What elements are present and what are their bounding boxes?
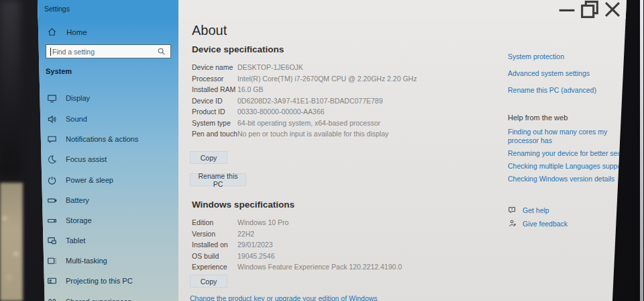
- sidebar-item-sound[interactable]: Sound: [47, 112, 87, 126]
- svg-text:?: ?: [511, 208, 513, 212]
- sidebar-item-multitasking[interactable]: Multi-tasking: [47, 254, 107, 267]
- sidebar-item-label: Focus assist: [66, 155, 107, 163]
- device-specs-heading: Device specifications: [192, 44, 284, 54]
- table-row: Version22H2: [192, 230, 453, 239]
- advanced-system-settings-link[interactable]: Advanced system settings: [508, 69, 590, 78]
- give-feedback-row[interactable]: Give feedback: [508, 219, 568, 228]
- table-row: Device ID0D6208D2-3A97-41E1-B107-BDADC07…: [192, 97, 453, 105]
- sidebar-item-label: Notifications & actions: [66, 135, 138, 143]
- home-icon: [47, 27, 57, 37]
- help-links: Finding out how many cores my processor …: [508, 128, 639, 187]
- sidebar-home-label: Home: [66, 28, 87, 36]
- sidebar-item-home[interactable]: Home: [47, 27, 87, 37]
- rename-pc-button[interactable]: Rename this PC: [190, 173, 246, 186]
- windows-specs-table: EditionWindows 10 Pro Version22H2 Instal…: [192, 218, 453, 274]
- restore-button[interactable]: [578, 0, 601, 19]
- search-icon[interactable]: [156, 46, 166, 56]
- sidebar-item-label: Sound: [66, 115, 87, 123]
- background-blur: [0, 0, 20, 175]
- settings-window: Settings Home: [38, 0, 627, 301]
- help-link-cores[interactable]: Finding out how many cores my processor …: [508, 128, 639, 145]
- sidebar-item-battery[interactable]: Battery: [47, 194, 89, 207]
- copy-windows-specs-button[interactable]: Copy: [190, 275, 227, 288]
- battery-icon: [47, 196, 57, 206]
- table-row: Device nameDESKTOP-1JE6OJK: [192, 63, 453, 72]
- table-row: Installed on29/01/2023: [192, 241, 453, 249]
- help-link-version[interactable]: Checking Windows version details: [508, 175, 639, 183]
- search-box[interactable]: [46, 44, 171, 58]
- laptop-lid-edge: [640, 0, 643, 301]
- title-bar: Settings: [38, 0, 627, 19]
- table-row: Product ID00330-80000-00000-AA366: [192, 108, 453, 116]
- table-row: Installed RAM16.0 GB: [192, 85, 453, 94]
- get-help-icon: ?: [508, 206, 517, 215]
- table-row: ProcessorIntel(R) Core(TM) i7-2670QM CPU…: [192, 75, 453, 83]
- sidebar-item-projecting[interactable]: Projecting to this PC: [47, 274, 133, 288]
- get-help-link[interactable]: Get help: [523, 206, 549, 215]
- sidebar-item-notifications[interactable]: Notifications & actions: [47, 132, 138, 146]
- sidebar: Home System Display Sound: [38, 19, 178, 301]
- change-product-key-link[interactable]: Change the product key or upgrade your e…: [190, 294, 378, 301]
- windows-specs-heading: Windows specifications: [192, 200, 294, 210]
- table-row: Pen and touchNo pen or touch input is av…: [192, 130, 453, 138]
- help-from-web-heading: Help from the web: [508, 114, 568, 122]
- sidebar-item-label: Storage: [66, 216, 92, 224]
- tablet-icon: [47, 236, 57, 246]
- text-caret: [50, 48, 51, 56]
- page-title: About: [192, 23, 227, 38]
- table-row: EditionWindows 10 Pro: [192, 218, 453, 227]
- minimize-button[interactable]: [555, 0, 578, 19]
- sidebar-item-label: Multi-tasking: [66, 257, 107, 265]
- projecting-icon: [47, 276, 57, 286]
- give-feedback-icon: [508, 219, 517, 228]
- sidebar-item-focus-assist[interactable]: Focus assist: [47, 153, 107, 166]
- shared-experiences-icon: [47, 297, 57, 301]
- sidebar-item-label: Battery: [66, 196, 89, 204]
- notifications-icon: [47, 134, 57, 144]
- sidebar-item-shared-experiences[interactable]: Shared experiences: [47, 295, 131, 301]
- search-input[interactable]: [52, 48, 156, 56]
- table-row: ExperienceWindows Feature Experience Pac…: [192, 263, 453, 271]
- close-button[interactable]: [601, 0, 624, 19]
- help-link-languages[interactable]: Checking multiple Languages support: [508, 162, 639, 171]
- copy-device-specs-button[interactable]: Copy: [190, 151, 227, 164]
- carpet-floor: [0, 183, 23, 301]
- sidebar-item-tablet[interactable]: Tablet: [47, 234, 85, 247]
- focus-assist-icon: [47, 155, 57, 165]
- device-specs-table: Device nameDESKTOP-1JE6OJK ProcessorInte…: [192, 63, 453, 141]
- get-help-row[interactable]: ? Get help: [508, 206, 549, 215]
- rename-pc-advanced-link[interactable]: Rename this PC (advanced): [508, 86, 596, 95]
- sidebar-item-label: Tablet: [66, 236, 85, 245]
- window-title: Settings: [44, 5, 70, 13]
- multitasking-icon: [47, 256, 57, 266]
- sidebar-item-label: Display: [66, 94, 90, 102]
- give-feedback-link[interactable]: Give feedback: [523, 220, 568, 228]
- power-sleep-icon: [47, 175, 57, 185]
- sidebar-item-display[interactable]: Display: [47, 91, 90, 105]
- sidebar-item-storage[interactable]: Storage: [47, 214, 92, 227]
- system-protection-link[interactable]: System protection: [508, 52, 564, 61]
- sidebar-item-power-sleep[interactable]: Power & sleep: [47, 173, 113, 187]
- sidebar-item-label: Projecting to this PC: [66, 277, 133, 285]
- storage-icon: [47, 216, 57, 226]
- photo-background: Settings Home: [0, 0, 644, 301]
- sidebar-section-label: System: [46, 67, 72, 75]
- sound-icon: [47, 114, 57, 124]
- sidebar-item-label: Shared experiences: [66, 298, 131, 301]
- table-row: System type64-bit operating system, x64-…: [192, 119, 453, 128]
- sidebar-item-label: Power & sleep: [66, 176, 113, 184]
- window-controls: [555, 0, 624, 19]
- table-row: OS build19045.2546: [192, 252, 453, 261]
- display-icon: [47, 93, 57, 103]
- help-link-renaming[interactable]: Renaming your device for better security: [508, 149, 639, 158]
